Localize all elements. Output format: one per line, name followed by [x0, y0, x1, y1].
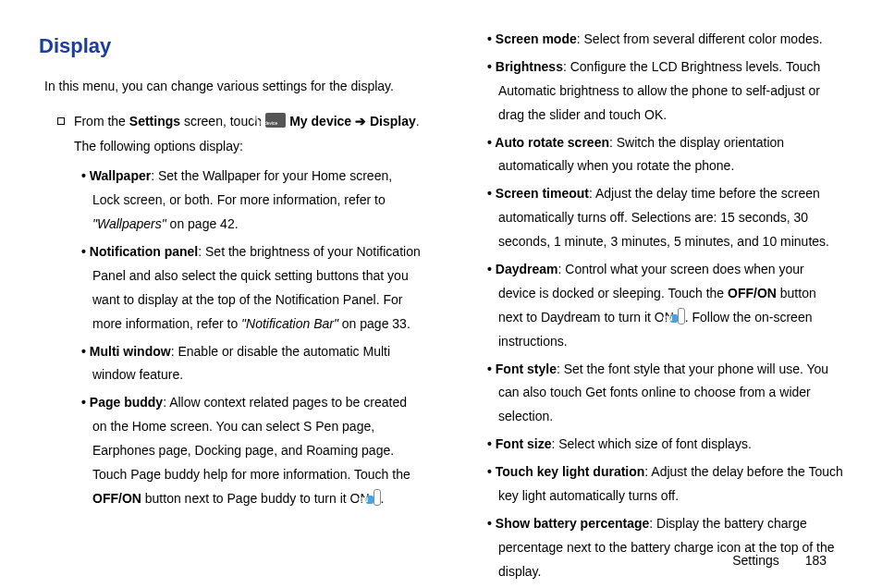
- list-item: Notification panel: Set the brightness o…: [92, 240, 423, 337]
- option-tail: on page 33.: [338, 316, 410, 331]
- option-title: Daydream: [496, 262, 558, 276]
- on-toggle-icon: ON: [678, 308, 685, 325]
- intro-text: In this menu, you can change various set…: [44, 75, 423, 99]
- step-settings-label: Settings: [129, 114, 180, 129]
- option-title: Page buddy: [90, 395, 163, 410]
- step-instruction: From the Settings screen, touch ▤My devi…: [74, 110, 423, 134]
- option-title: Screen timeout: [496, 186, 589, 201]
- option-tail: .: [381, 491, 385, 506]
- list-item: Touch key light duration: Adjust the del…: [498, 460, 843, 508]
- list-item: Screen timeout: Adjust the delay time be…: [498, 182, 843, 254]
- option-title: Brightness: [496, 59, 563, 74]
- step-mydevice-label: My device ➔ Display: [289, 114, 416, 129]
- option-title: Wallpaper: [90, 168, 151, 183]
- list-item: Auto rotate screen: Switch the display o…: [498, 131, 843, 179]
- list-item: Font size: Select which size of font dis…: [498, 433, 843, 457]
- option-title: Font style: [496, 361, 557, 376]
- option-title: Screen mode: [496, 31, 577, 46]
- cross-reference: "Wallpapers": [92, 216, 166, 231]
- option-title: Font size: [496, 436, 552, 451]
- step-period: .: [416, 114, 420, 129]
- page-footer: Settings 183: [732, 553, 827, 568]
- square-bullet-icon: [57, 117, 65, 125]
- list-item: Brightness: Configure the LCD Brightness…: [498, 55, 843, 128]
- on-toggle-icon: ON: [374, 489, 381, 506]
- option-title: Touch key light duration: [496, 464, 645, 479]
- option-title: Auto rotate screen: [495, 135, 609, 150]
- arrow-icon: ➔: [355, 114, 366, 129]
- section-title: Display: [39, 28, 423, 66]
- option-title: Multi window: [90, 344, 171, 359]
- option-bold-inline: OFF/ON: [92, 491, 141, 506]
- following-text: The following options display:: [74, 135, 423, 159]
- list-item: Page buddy: Allow context related pages …: [92, 391, 423, 510]
- footer-page-number: 183: [805, 553, 827, 568]
- option-body-2: button next to Page buddy to turn it ON: [141, 491, 374, 506]
- list-item: Multi window: Enable or disable the auto…: [92, 340, 423, 388]
- option-title: Notification panel: [90, 244, 198, 259]
- list-item: Wallpaper: Set the Wallpaper for your Ho…: [92, 165, 423, 237]
- footer-section: Settings: [732, 553, 779, 568]
- step-text-1: From the: [74, 114, 129, 129]
- option-bold-inline: OFF/ON: [728, 286, 777, 300]
- option-body: : Select from several different color mo…: [577, 31, 823, 46]
- my-device-icon: ▤My device: [265, 113, 286, 128]
- list-item: Font style: Set the font style that your…: [498, 358, 843, 430]
- options-list-left: Wallpaper: Set the Wallpaper for your Ho…: [81, 165, 423, 510]
- list-item: Screen mode: Select from several differe…: [498, 28, 843, 52]
- list-item: Show battery percentage: Display the bat…: [498, 512, 843, 584]
- option-tail: on page 42.: [166, 216, 239, 231]
- options-list-right: Screen mode: Select from several differe…: [487, 28, 843, 584]
- list-item: Daydream: Control what your screen does …: [498, 258, 843, 354]
- option-body: : Select which size of font displays.: [551, 436, 751, 451]
- option-title: Show battery percentage: [496, 516, 650, 531]
- cross-reference: "Notification Bar": [241, 316, 338, 331]
